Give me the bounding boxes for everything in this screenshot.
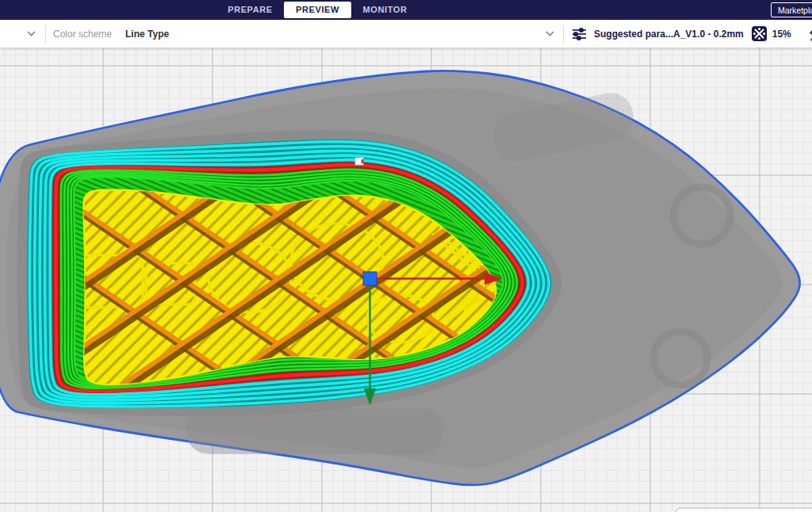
- support-icon: [808, 26, 812, 42]
- stage-tabs: PREPARE PREVIEW MONITOR: [216, 0, 419, 20]
- print-settings-sliders-icon[interactable]: [572, 27, 587, 41]
- main-header: PREPARE PREVIEW MONITOR Marketplace: [0, 0, 812, 20]
- tab-preview[interactable]: PREVIEW: [284, 2, 351, 18]
- sliced-model-scene[interactable]: [0, 48, 812, 512]
- infill-icon: [751, 25, 768, 42]
- marketplace-button[interactable]: Marketplace: [771, 2, 812, 17]
- print-profile-dropdown[interactable]: Suggested para...A_V1.0 - 0.2mm: [594, 29, 744, 40]
- nozzle-position-marker: [363, 272, 377, 285]
- print-setup-chevron-icon[interactable]: [546, 31, 554, 36]
- toolbar-left-chevron-icon[interactable]: [27, 31, 36, 36]
- bottom-panel-peek[interactable]: [676, 508, 812, 512]
- toolbar-divider: [563, 25, 564, 43]
- color-scheme-value[interactable]: Line Type: [125, 29, 169, 40]
- preview-toolbar: Color scheme Line Type Suggested para...…: [0, 20, 812, 48]
- toolbar-divider: [45, 25, 46, 43]
- tab-monitor[interactable]: MONITOR: [351, 0, 419, 20]
- color-scheme-label: Color scheme: [53, 29, 112, 40]
- infill-percentage: 15%: [772, 29, 791, 40]
- color-scheme-group: Color scheme Line Type: [0, 25, 169, 43]
- build-plate-viewport[interactable]: [0, 48, 812, 512]
- print-setup-group: Suggested para...A_V1.0 - 0.2mm 15%: [546, 20, 812, 48]
- cura-preview-window: PREPARE PREVIEW MONITOR Marketplace Colo…: [0, 0, 812, 512]
- tab-prepare[interactable]: PREPARE: [216, 0, 284, 20]
